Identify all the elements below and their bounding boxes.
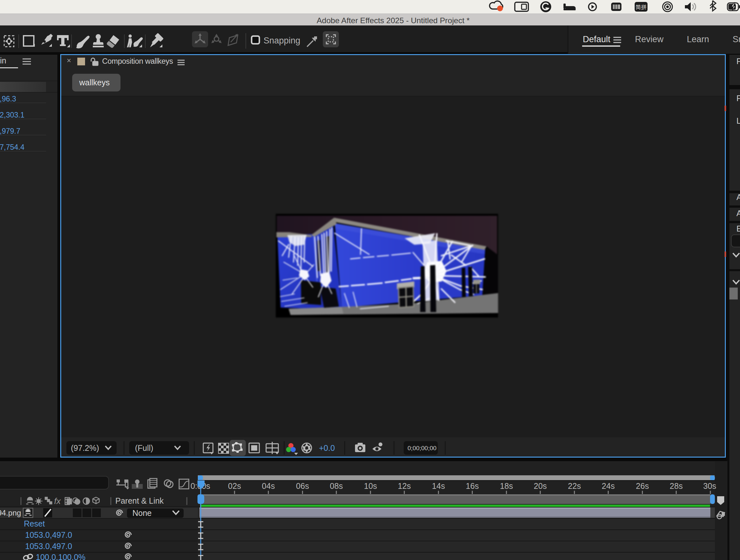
- svg-text:+0.0: +0.0: [319, 443, 335, 452]
- svg-text:20s: 20s: [534, 481, 547, 490]
- svg-text:28s: 28s: [670, 481, 683, 490]
- svg-text:30s: 30s: [703, 481, 716, 490]
- svg-text:06s: 06s: [296, 481, 309, 490]
- svg-text:简拼: 简拼: [636, 4, 647, 10]
- svg-text:100.0,100.0%: 100.0,100.0%: [36, 553, 85, 560]
- svg-text:22s: 22s: [568, 481, 581, 490]
- svg-text:1053.0,497.0: 1053.0,497.0: [25, 530, 72, 539]
- svg-text:None: None: [132, 509, 152, 518]
- svg-text:26s: 26s: [636, 481, 649, 490]
- svg-text:0;00;00;00: 0;00;00;00: [407, 445, 437, 451]
- svg-text:fx: fx: [54, 496, 61, 506]
- svg-text:12s: 12s: [398, 481, 411, 490]
- svg-text:16s: 16s: [466, 481, 479, 490]
- svg-text:10s: 10s: [364, 481, 377, 490]
- svg-text:Reset: Reset: [24, 519, 45, 528]
- svg-text:Snapping: Snapping: [264, 36, 300, 45]
- svg-text:(97.2%): (97.2%): [71, 443, 99, 452]
- svg-text:18s: 18s: [500, 481, 513, 490]
- svg-text:14s: 14s: [432, 481, 445, 490]
- svg-text:24s: 24s: [602, 481, 615, 490]
- svg-text:1053.0,497.0: 1053.0,497.0: [25, 542, 72, 551]
- svg-text:08s: 08s: [330, 481, 343, 490]
- svg-text:02s: 02s: [228, 481, 241, 490]
- svg-text:(Full): (Full): [135, 443, 153, 452]
- svg-text:04s: 04s: [262, 481, 275, 490]
- svg-text:Parent & Link: Parent & Link: [115, 496, 164, 505]
- svg-text:94.png: 94.png: [0, 509, 21, 517]
